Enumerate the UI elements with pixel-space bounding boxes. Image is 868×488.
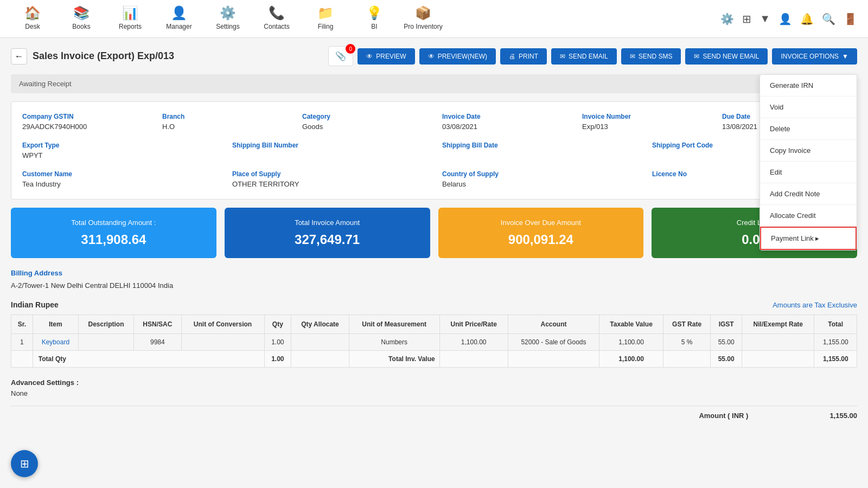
menu-add-credit-note[interactable]: Add Credit Note (760, 183, 857, 205)
shipping-bill-number-value (232, 151, 426, 159)
nav-reports[interactable]: 📊 Reports (108, 0, 152, 38)
preview-button[interactable]: 👁 PREVIEW (358, 48, 414, 65)
nav-pro-inventory[interactable]: 📦 Pro Inventory (401, 0, 445, 38)
export-type-label: Export Type (22, 142, 216, 149)
send-sms-button[interactable]: ✉ SEND SMS (621, 48, 681, 65)
user-avatar-icon[interactable]: 👤 (778, 12, 792, 25)
nav-filing[interactable]: 📁 Filing (304, 0, 347, 38)
send-email-button[interactable]: ✉ SEND EMAIL (551, 48, 617, 65)
back-button[interactable]: ← (11, 48, 27, 65)
dropdown-icon[interactable]: ▼ (760, 12, 770, 25)
cell-qty-allocate (291, 334, 349, 351)
customer-name-label: Customer Name (22, 170, 216, 178)
branch-label: Branch (162, 113, 286, 120)
cell-igst: 55.00 (711, 334, 742, 351)
nav-bi[interactable]: 💡 BI (353, 0, 396, 38)
invoice-table: Sr. Item Description HSN/SAC Unit of Con… (11, 314, 857, 368)
menu-edit[interactable]: Edit (760, 162, 857, 183)
total-gst-empty (663, 351, 710, 368)
advanced-settings: Advanced Settings : None (11, 378, 857, 397)
email-icon: ✉ (560, 53, 565, 60)
invoice-date-label: Invoice Date (442, 113, 566, 120)
page-title: Sales Invoice (Export) Exp/013 (33, 50, 174, 62)
attachment-badge: 0 (346, 44, 355, 54)
status-bar: Awaiting Receipt (11, 74, 857, 93)
cell-item[interactable]: Keyboard (33, 334, 78, 351)
invoice-options-button[interactable]: INVOICE OPTIONS ▼ (772, 48, 857, 65)
cell-nil-exempt (742, 334, 814, 351)
col-taxable-value: Taxable Value (599, 315, 663, 334)
preview-new-button[interactable]: 👁 PREVIEW(NEW) (419, 48, 496, 65)
contacts-icon: 📞 (269, 5, 285, 21)
total-empty (11, 351, 33, 368)
branch-field: Branch H.O (162, 113, 286, 131)
attachment-button[interactable]: 📎 0 (328, 46, 353, 66)
pro-inventory-icon: 📦 (415, 5, 431, 21)
total-account-empty (508, 351, 599, 368)
table-header-row: Indian Rupee Amounts are Tax Exclusive (11, 300, 857, 309)
place-of-supply-field: Place of Supply OTHER TERRITORY (232, 170, 426, 188)
tax-exclusive-label: Amounts are Tax Exclusive (773, 301, 857, 309)
billing-address-link[interactable]: Billing Address (11, 269, 857, 277)
col-sr: Sr. (11, 315, 33, 334)
invoice-number-field: Invoice Number Exp/013 (582, 113, 706, 131)
menu-allocate-credit[interactable]: Allocate Credit (760, 205, 857, 227)
settings-gear-icon[interactable]: ⚙️ (720, 12, 734, 25)
total-taxable-value: 1,100.00 (599, 351, 663, 368)
country-of-supply-value: Belarus (442, 180, 636, 188)
table-header: Sr. Item Description HSN/SAC Unit of Con… (11, 315, 857, 334)
nav-manager[interactable]: 👤 Manager (157, 0, 201, 38)
nav-desk[interactable]: 🏠 Desk (11, 0, 54, 38)
total-inv-empty (439, 351, 508, 368)
menu-generate-irn[interactable]: Generate IRN (760, 75, 857, 97)
nav-contacts[interactable]: 📞 Contacts (255, 0, 298, 38)
nav-desk-label: Desk (25, 23, 40, 30)
cell-gst-rate: 5 % (663, 334, 710, 351)
invoice-info-grid: Company GSTIN 29AADCK7940H000 Branch H.O… (11, 101, 857, 200)
export-type-value: WPYT (22, 151, 216, 159)
grid-icon[interactable]: ⊞ (742, 12, 751, 25)
desk-icon: 🏠 (24, 5, 41, 21)
category-field: Category Goods (302, 113, 426, 131)
fab-button[interactable]: ⊞ (11, 450, 38, 477)
category-value: Goods (302, 123, 426, 131)
stat-overdue-value: 900,091.24 (449, 232, 633, 247)
nav-books[interactable]: 📚 Books (60, 0, 103, 38)
menu-payment-link[interactable]: Payment Link ▸ (760, 227, 857, 250)
preview-new-icon: 👁 (428, 53, 435, 60)
send-new-email-button[interactable]: ✉ SEND NEW EMAIL (685, 48, 768, 65)
nav-items: 🏠 Desk 📚 Books 📊 Reports 👤 Manager ⚙️ Se… (11, 0, 720, 38)
currency-label: Indian Rupee (11, 300, 59, 309)
col-qty: Qty (264, 315, 291, 334)
bi-icon: 💡 (366, 5, 382, 21)
menu-delete[interactable]: Delete (760, 118, 857, 140)
nav-pro-inventory-label: Pro Inventory (404, 23, 442, 30)
logout-icon[interactable]: 🚪 (844, 12, 857, 25)
menu-void[interactable]: Void (760, 97, 857, 118)
table-row: 1 Keyboard 9984 1.00 Numbers 1,100.00 52… (11, 334, 857, 351)
cell-hsn: 9984 (134, 334, 181, 351)
stat-outstanding-value: 311,908.64 (22, 232, 206, 247)
country-of-supply-label: Country of Supply (442, 170, 636, 178)
cell-description (78, 334, 133, 351)
search-icon[interactable]: 🔍 (822, 12, 835, 25)
place-of-supply-label: Place of Supply (232, 170, 426, 178)
billing-address-text: A-2/Tower-1 New Delhi Central DELHI 1100… (11, 281, 857, 290)
info-row-2: Export Type WPYT Shipping Bill Number Sh… (22, 142, 846, 159)
nav-settings[interactable]: ⚙️ Settings (206, 0, 250, 38)
total-total: 1,155.00 (814, 351, 857, 368)
cell-qty: 1.00 (264, 334, 291, 351)
shipping-bill-date-value (442, 151, 636, 159)
toolbar: 📎 0 👁 PREVIEW 👁 PREVIEW(NEW) 🖨 PRINT ✉ S… (328, 46, 857, 66)
filing-icon: 📁 (317, 5, 334, 21)
manager-icon: 👤 (171, 5, 187, 21)
print-button[interactable]: 🖨 PRINT (500, 48, 547, 65)
cell-taxable-value: 1,100.00 (599, 334, 663, 351)
cell-sr: 1 (11, 334, 33, 351)
invoice-number-value: Exp/013 (582, 123, 706, 131)
notification-icon[interactable]: 🔔 (800, 12, 814, 25)
stat-invoice-label: Total Invoice Amount (235, 219, 419, 227)
menu-copy-invoice[interactable]: Copy Invoice (760, 140, 857, 162)
invoice-number-label: Invoice Number (582, 113, 706, 120)
cell-unit-conversion (181, 334, 264, 351)
